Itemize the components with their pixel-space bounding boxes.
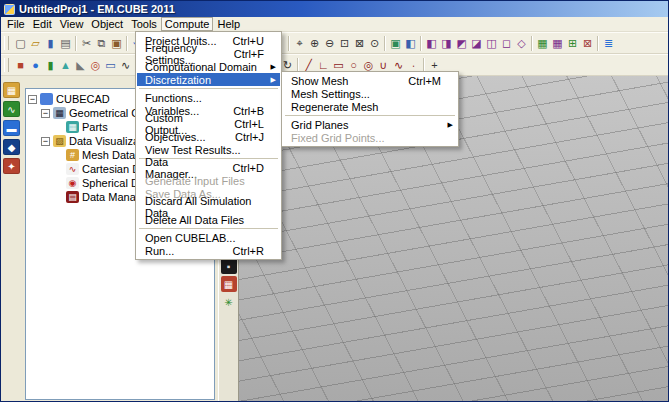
menu-shortcut: Ctrl+U — [223, 35, 264, 47]
print-icon[interactable]: ▤ — [58, 35, 73, 52]
fdtd-module-icon[interactable]: ∿ — [3, 101, 20, 117]
copy-icon[interactable]: ⧉ — [94, 35, 109, 52]
menu-item-objectives[interactable]: Objectives...Ctrl+J — [137, 130, 280, 143]
pan-icon[interactable]: ⌖ — [292, 35, 307, 52]
menu-separator — [139, 88, 278, 89]
menu-shortcut: Ctrl+M — [398, 75, 441, 87]
menu-compute[interactable]: Compute — [161, 17, 214, 31]
grid-planes-icon[interactable]: ⊞ — [565, 35, 580, 52]
discretization-submenu: Show MeshCtrl+MMesh Settings...Regenerat… — [281, 71, 459, 147]
menu-item-delete-all-data-files[interactable]: Delete All Data Files — [137, 213, 280, 226]
menu-shortcut: Ctrl+B — [223, 105, 264, 117]
menu-item-label: Delete All Data Files — [145, 214, 244, 226]
view-top-icon[interactable]: ◫ — [484, 35, 499, 52]
mesh-data-node-icon: # — [66, 149, 79, 161]
pyramid-object-icon[interactable]: ◣ — [73, 57, 88, 74]
title-bar[interactable]: UntitledProj1 - EM.CUBE 2011 — [1, 1, 668, 17]
cone-object-icon[interactable]: ▲ — [58, 57, 73, 74]
collapse-minus-icon[interactable]: − — [28, 95, 37, 104]
data-visualization-node-icon: ▨ — [53, 135, 66, 147]
cartesian-data-node-icon: ∿ — [66, 163, 79, 175]
menu-tools[interactable]: Tools — [127, 17, 161, 31]
menu-bar: FileEditViewObjectToolsComputeHelp — [1, 17, 668, 32]
menu-help[interactable]: Help — [213, 17, 244, 31]
paste-icon[interactable]: ▣ — [109, 35, 124, 52]
view-front-icon[interactable]: ◧ — [424, 35, 439, 52]
menu-item-open-cubelab[interactable]: Open CUBELAB... — [137, 231, 280, 244]
project-tree-icon[interactable]: ≣ — [601, 35, 616, 52]
mom-module-icon[interactable]: ◆ — [3, 139, 20, 155]
menu-item-label: Functions... — [145, 92, 202, 104]
menu-item-functions[interactable]: Functions... — [137, 91, 280, 104]
menu-shortcut: Ctrl+D — [223, 162, 264, 174]
module-bar: ▦∿▬◆✦ — [1, 76, 22, 402]
menu-view[interactable]: View — [56, 17, 88, 31]
cylinder-object-icon[interactable]: ▮ — [43, 57, 58, 74]
collapse-minus-icon[interactable]: − — [41, 137, 50, 146]
view-back-icon[interactable]: ◨ — [439, 35, 454, 52]
sphere-object-icon[interactable]: ● — [28, 57, 43, 74]
view-right-icon[interactable]: ◪ — [469, 35, 484, 52]
zoom-window-icon[interactable]: ⊡ — [337, 35, 352, 52]
delete-mesh-icon[interactable]: ⊠ — [580, 35, 595, 52]
menu-item-computational-domain[interactable]: Computational Domain▶ — [137, 60, 280, 73]
menu-item-discretization[interactable]: Discretization▶ — [137, 73, 280, 86]
app-icon — [4, 4, 15, 15]
menu-edit[interactable]: Edit — [29, 17, 56, 31]
show-mesh-icon[interactable]: ▦ — [535, 35, 550, 52]
menu-item-label: View Test Results... — [145, 144, 241, 156]
display-settings-icon[interactable]: ◧ — [403, 35, 418, 52]
submenu-arrow-icon: ▶ — [271, 63, 276, 70]
menu-item-view-test-results[interactable]: View Test Results... — [137, 143, 280, 156]
po-module-icon[interactable]: ✦ — [3, 158, 20, 174]
wire-object-icon[interactable]: ∿ — [118, 57, 133, 74]
view-left-icon[interactable]: ◩ — [454, 35, 469, 52]
menu-file[interactable]: File — [3, 17, 29, 31]
collapse-minus-icon[interactable]: − — [41, 109, 50, 118]
menu-item-regenerate-mesh[interactable]: Regenerate Mesh — [283, 100, 457, 113]
menu-item-data-manager[interactable]: Data Manager...Ctrl+D — [137, 161, 280, 174]
view-bottom-icon[interactable]: ◻ — [499, 35, 514, 52]
plate-object-icon[interactable]: ▭ — [103, 57, 118, 74]
parts-node-icon: ▦ — [66, 121, 79, 133]
geometry-node-icon: ▦ — [53, 107, 66, 119]
green-asterisk-icon[interactable]: ✳ — [221, 294, 237, 310]
planar-module-icon[interactable]: ▬ — [3, 120, 20, 136]
new-icon[interactable]: ▢ — [13, 35, 28, 52]
view-iso-icon[interactable]: ◇ — [514, 35, 529, 52]
menu-item-label: Mesh Settings... — [291, 88, 370, 100]
cubecad-module-icon[interactable]: ▦ — [3, 82, 20, 98]
box-object-icon[interactable]: ■ — [13, 57, 28, 74]
toolbar-separator — [597, 36, 599, 51]
menu-item-discard-all-simulation-data[interactable]: Discard All Simulation Data — [137, 200, 280, 213]
menu-item-mesh-settings[interactable]: Mesh Settings... — [283, 87, 457, 100]
menu-item-show-mesh[interactable]: Show MeshCtrl+M — [283, 74, 457, 87]
open-icon[interactable]: ▱ — [28, 35, 43, 52]
toolbar-standard: ▢▱▮▤✂⧉▣↶↷✕↔↕∠≡ƒΩ√⌖⊕⊖⊡⊠⊙▣◧◧◨◩◪◫◻◇▦▦⊞⊠≣ — [1, 32, 668, 54]
menu-item-custom-output[interactable]: Custom Output...Ctrl+L — [137, 117, 280, 130]
render-mode-icon[interactable]: ▣ — [388, 35, 403, 52]
menu-item-label: Open CUBELAB... — [145, 232, 236, 244]
zoom-previous-icon[interactable]: ⊙ — [367, 35, 382, 52]
zoom-out-icon[interactable]: ⊖ — [322, 35, 337, 52]
save-icon[interactable]: ▮ — [43, 35, 58, 52]
menu-item-run[interactable]: Run...Ctrl+R — [137, 244, 280, 257]
console-screen-icon[interactable]: ▪ — [221, 258, 237, 274]
toolbar-separator — [420, 36, 422, 51]
menu-item-label: Grid Planes — [291, 119, 348, 131]
menu-item-frequency-settings[interactable]: Frequency Settings...Ctrl+F — [137, 47, 280, 60]
zoom-extents-icon[interactable]: ⊠ — [352, 35, 367, 52]
menu-item-label: Regenerate Mesh — [291, 101, 378, 113]
menu-item-grid-planes[interactable]: Grid Planes▶ — [283, 118, 457, 131]
spherical-data-node-icon: ◉ — [66, 177, 79, 189]
mesh-settings-icon[interactable]: ▦ — [550, 35, 565, 52]
cut-icon[interactable]: ✂ — [79, 35, 94, 52]
zoom-in-icon[interactable]: ⊕ — [307, 35, 322, 52]
torus-object-icon[interactable]: ◎ — [88, 57, 103, 74]
menu-item-label: Objectives... — [145, 131, 206, 143]
app-window: UntitledProj1 - EM.CUBE 2011 FileEditVie… — [0, 0, 669, 402]
material-color-icon[interactable]: ▦ — [221, 276, 237, 292]
menu-item-label: Fixed Grid Points... — [291, 132, 385, 144]
menu-object[interactable]: Object — [87, 17, 127, 31]
cubecad-node-icon — [40, 93, 53, 105]
